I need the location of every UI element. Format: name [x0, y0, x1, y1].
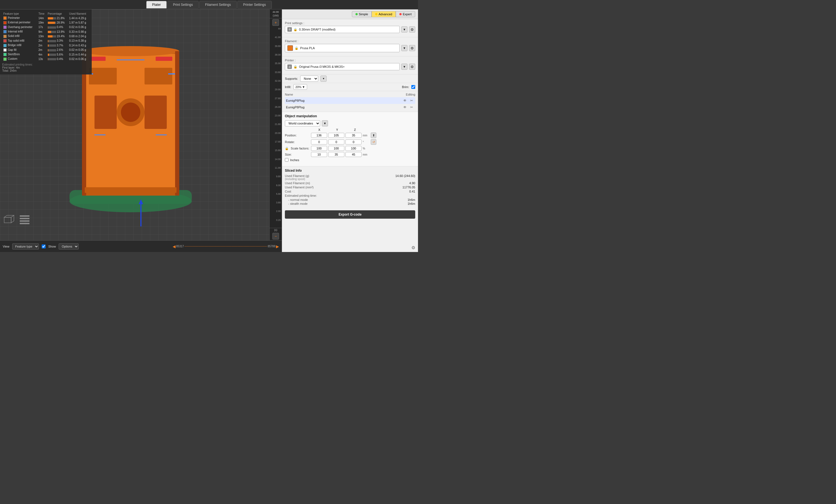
ruler-plus-button[interactable]: +: [272, 19, 279, 26]
ruler-mark: 14.00: [270, 158, 282, 167]
advanced-dot: [375, 13, 377, 15]
position-z-input[interactable]: [345, 133, 362, 138]
ruler-minus-button[interactable]: −: [272, 233, 279, 239]
filament-color-swatch: [287, 45, 293, 51]
scale-x-input[interactable]: [311, 146, 327, 151]
edit-icon[interactable]: ✂: [409, 105, 414, 110]
export-gcode-button[interactable]: Export G-code: [285, 210, 415, 219]
filament-label: Filament :: [285, 39, 415, 43]
print-settings-section: Print settings : ⚙ 🔒 0.30mm DRAFT (modif…: [282, 19, 418, 37]
printer-arrow[interactable]: ▼: [401, 64, 407, 70]
layers-view-icon[interactable]: [18, 213, 32, 227]
col-feature-type: Feature type: [2, 12, 37, 16]
coord-system-arrow[interactable]: ▼: [322, 120, 328, 127]
tab-print-settings[interactable]: Print Settings: [167, 1, 199, 8]
print-settings-arrow[interactable]: ▼: [401, 26, 407, 33]
print-settings-dropdown[interactable]: ⚙ 🔒 0.30mm DRAFT (modified): [285, 26, 400, 33]
ruler-mark: 33.80: [270, 71, 282, 79]
infill-dropdown[interactable]: 20% ▼: [293, 84, 307, 90]
svg-rect-27: [20, 220, 30, 222]
rotate-label: Rotate:: [285, 140, 310, 144]
ruler-mark: 8.00: [270, 184, 282, 193]
svg-rect-5: [89, 68, 117, 84]
ruler: 44.90 (150) + 44 41.90 39.80 38.00 35.90…: [269, 9, 282, 240]
bottom-settings-icon[interactable]: ⚙: [411, 245, 415, 250]
filament-gear[interactable]: ⚙: [409, 45, 415, 51]
expert-mode-button[interactable]: Expert: [396, 11, 415, 17]
inches-checkbox[interactable]: [285, 158, 288, 162]
printer-lock-icon: 🔒: [293, 65, 297, 69]
estimated-times: Estimated printing times: First layer: 4…: [2, 63, 90, 72]
normal-mode-row: - normal mode 1h6m: [285, 198, 415, 201]
first-layer-time: First layer: 4m: [2, 66, 90, 69]
view-checkbox[interactable]: [42, 245, 45, 248]
mode-bar: Simple Advanced Expert: [282, 9, 418, 19]
cost-value: 0.41: [410, 190, 415, 193]
bottom-bar: View Feature type Show Options ◀ 85317 ─…: [0, 240, 282, 252]
simple-mode-button[interactable]: Simple: [352, 11, 372, 17]
right-panel: Simple Advanced Expert Print settings : …: [282, 9, 418, 252]
visibility-icon[interactable]: 👁: [402, 98, 407, 103]
view-dropdown[interactable]: Feature type: [12, 244, 39, 250]
sliced-title: Sliced Info: [285, 169, 415, 173]
printer-dropdown[interactable]: 🖨 🔒 Original Prusa i3 MK3S & MK3S+: [285, 63, 400, 70]
tab-printer-settings[interactable]: Printer Settings: [238, 1, 272, 8]
rotate-z-input[interactable]: [345, 139, 362, 144]
svg-rect-28: [20, 223, 30, 224]
total-time: Total: 1h6m: [2, 69, 90, 72]
size-unit: mm: [363, 153, 369, 156]
svg-rect-21: [4, 217, 11, 223]
printer-gear[interactable]: ⚙: [409, 64, 415, 70]
tab-plater[interactable]: Plater: [146, 1, 167, 8]
show-dropdown[interactable]: Options: [59, 244, 79, 250]
ruler-mark: 44: [270, 27, 282, 36]
col-percentage: Percentage: [47, 12, 68, 16]
tab-filament-settings[interactable]: Filament Settings: [199, 1, 237, 8]
print-settings-gear[interactable]: ⚙: [409, 26, 415, 33]
svg-point-10: [121, 102, 140, 122]
ruler-mark: 9.80: [270, 175, 282, 183]
advanced-mode-button[interactable]: Advanced: [372, 11, 396, 17]
ruler-mark: 38.00: [270, 53, 282, 62]
svg-rect-17: [156, 57, 172, 61]
col-time: Time: [37, 12, 46, 16]
filament-dropdown[interactable]: 🔒 Prusa PLA: [285, 44, 400, 52]
rotate-x-input[interactable]: [311, 139, 327, 144]
filament-arrow[interactable]: ▼: [401, 45, 407, 51]
x-axis-label: X: [311, 128, 328, 131]
supports-dropdown[interactable]: None: [300, 76, 318, 82]
table-row: Bridge infill2m 3.7%0.14 m 0.43 g: [2, 43, 90, 47]
edit-icon[interactable]: ✂: [409, 98, 414, 103]
svg-rect-8: [145, 96, 167, 129]
brim-checkbox[interactable]: [411, 85, 415, 89]
list-item[interactable]: EumigP8Plug 👁 ✂: [285, 97, 415, 104]
filament-m-row: Used Filament (m) 4.90: [285, 181, 415, 185]
scale-z-input[interactable]: [345, 146, 362, 151]
ruler-mark: 11.90: [270, 167, 282, 175]
inches-row: Inches: [285, 158, 415, 162]
coord-system-dropdown[interactable]: World coordinates: [285, 120, 320, 127]
svg-rect-13: [95, 134, 106, 135]
position-action-btn[interactable]: ⬆: [371, 133, 376, 138]
cube-view-icon[interactable]: [3, 213, 17, 227]
print-time-label: Estimated printing time:: [285, 194, 317, 197]
position-y-input[interactable]: [328, 133, 344, 138]
visibility-icon[interactable]: 👁: [402, 105, 407, 110]
rotate-reset-btn[interactable]: ↺: [371, 139, 376, 145]
list-item[interactable]: EumigP8Plug 👁 ✂: [285, 104, 415, 111]
scale-label: 🔒 Scale factors:: [285, 147, 310, 150]
size-z-input[interactable]: [345, 152, 362, 157]
rotate-y-input[interactable]: [328, 139, 344, 144]
scale-y-input[interactable]: [328, 146, 344, 151]
objects-section: Name Editing EumigP8Plug 👁 ✂ EumigP8Plug…: [282, 91, 418, 112]
supports-dropdown-arrow[interactable]: ▼: [320, 76, 326, 82]
svg-rect-26: [20, 218, 30, 219]
infill-row: Infill: 20% ▼ Brim:: [282, 83, 418, 91]
rotate-row: Rotate: ° ↺: [285, 139, 415, 145]
size-x-input[interactable]: [311, 152, 327, 157]
size-label: Size:: [285, 153, 310, 156]
position-x-input[interactable]: [311, 133, 327, 138]
size-y-input[interactable]: [328, 152, 344, 157]
stealth-mode-row: - stealth mode 1h6m: [285, 202, 415, 205]
ruler-mark: 26.00: [270, 105, 282, 114]
